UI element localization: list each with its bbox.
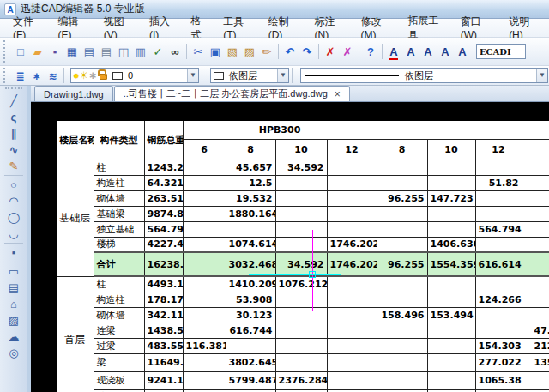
toolbar-separator (382, 44, 383, 59)
value-cell (327, 292, 377, 307)
layer-states-icon[interactable]: ≋ (45, 69, 61, 83)
layer-on-bulb-icon[interactable]: ● (73, 69, 79, 81)
donut-tool-icon[interactable]: ◎ (3, 345, 25, 361)
value-cell (275, 353, 327, 371)
value-cell (522, 221, 549, 237)
save-icon[interactable]: ▪ (46, 43, 63, 60)
find-icon[interactable]: ∞ (166, 43, 184, 60)
ellipse-arc-tool-icon[interactable]: ◡ (3, 226, 25, 242)
header-diameter: 8 (226, 139, 275, 160)
arc-tool-icon[interactable]: ◠ (3, 193, 25, 209)
value-cell (183, 276, 226, 292)
text-underline-icon[interactable]: A (385, 43, 402, 60)
layer-unlock-icon[interactable] (100, 74, 107, 80)
open-file-icon[interactable]: ▰ (29, 43, 46, 60)
value-cell: 47. (522, 323, 549, 338)
drawing-canvas[interactable]: 楼层名称构件类型钢筋总重kgHPB3006810128101214基础层柱124… (31, 102, 549, 392)
delete-icon[interactable]: ✗ (322, 43, 339, 60)
layer-dropdown-arrow[interactable]: ▼ (187, 69, 198, 82)
toolbar-grip[interactable] (3, 68, 9, 83)
value-cell: 147.723 (427, 190, 475, 206)
layer-freeze-snowflake-icon[interactable]: ∗ (88, 69, 97, 81)
print-preview-icon[interactable]: ◫ (115, 43, 132, 60)
value-cell (275, 206, 327, 221)
save-table-icon[interactable]: ▦ (63, 43, 81, 60)
value-cell (522, 307, 549, 323)
header-member: 构件类型 (94, 120, 144, 160)
rectangle-tool-icon[interactable]: ▭ (3, 263, 25, 280)
value-cell (327, 190, 377, 206)
header-weight: 钢筋总重kg (144, 120, 183, 160)
layer-properties-icon[interactable]: ≣ (12, 69, 28, 83)
text-style-combo[interactable]: ECADI (476, 44, 526, 59)
tab-close-icon[interactable]: × (335, 90, 341, 99)
value-cell: 178.174 (144, 292, 183, 307)
layer-color-swatch[interactable] (112, 72, 123, 80)
toolbar-grip[interactable] (3, 40, 9, 63)
value-cell (427, 160, 475, 175)
tab-active-document[interactable]: ..司售楼十二~二十二层 办公套房层平面.dwg.dwg× (114, 86, 350, 101)
tab-document[interactable]: Drawing1.dwg (34, 86, 113, 101)
polygon-tool-icon[interactable]: ⌂ (3, 296, 25, 312)
quick-print-icon[interactable]: ▤ (98, 43, 115, 60)
member-cell: 构造柱 (94, 175, 144, 190)
text-icon[interactable]: A (402, 43, 419, 60)
toolbar-separator (359, 44, 359, 59)
value-cell (427, 323, 475, 338)
value-cell: 1746.202 (327, 237, 377, 252)
hatch-tool-icon[interactable]: ▨ (3, 312, 25, 329)
layer-toolbar: ≣∗≋ ● ☀ ∗ 0 ▼ 依图层 ▼ 依图层 ▼ (0, 66, 549, 86)
text-find-icon[interactable]: A (454, 43, 471, 60)
linetype-dropdown-arrow[interactable]: ▼ (536, 69, 547, 82)
cut-icon[interactable]: ✂ (190, 43, 207, 60)
value-cell: 1243.247 (144, 160, 183, 175)
undo-icon[interactable]: ↶ (281, 43, 299, 60)
print-icon[interactable]: ▤ (81, 43, 98, 60)
value-cell (275, 190, 327, 206)
point-tool-icon[interactable]: ▪ (3, 244, 25, 261)
copy-icon[interactable]: ▣ (207, 43, 224, 60)
spell-check-icon[interactable]: ✓ (149, 43, 166, 60)
ellipse-tool-icon[interactable]: ◯ (3, 209, 25, 226)
value-cell: 116.381 (183, 338, 226, 353)
toolbar-grip[interactable] (5, 87, 21, 89)
value-cell: 4227.453 (144, 237, 183, 252)
page-setup-icon[interactable]: ▥ (132, 43, 149, 60)
color-dropdown-arrow[interactable]: ▼ (277, 69, 288, 82)
purge-icon[interactable]: ✗ (339, 43, 356, 60)
color-combo[interactable]: 依图层 ▼ (210, 68, 289, 83)
hatch-lines-tool-icon[interactable]: ▤ (3, 280, 25, 296)
value-cell: 616.614 (475, 252, 522, 276)
value-cell (327, 206, 377, 221)
revcloud-tool-icon[interactable]: ☁ (3, 329, 25, 345)
circle-tool-icon[interactable]: ○ (3, 177, 25, 193)
paste-icon[interactable]: ▧ (224, 43, 241, 60)
layer-combo[interactable]: ● ☀ ∗ 0 ▼ (70, 68, 199, 83)
sketch-tool-icon[interactable]: ✎ (3, 158, 25, 174)
multiline-tool-icon[interactable]: ∥ (3, 125, 25, 142)
polyline-tool-icon[interactable]: ∿ (3, 142, 25, 158)
spline-tool-icon[interactable]: ς (3, 109, 25, 125)
new-file-icon[interactable]: □ (12, 43, 29, 60)
value-cell: 45.657 (226, 160, 275, 175)
text-style-value: ECADI (477, 47, 514, 57)
help-icon[interactable]: ? (362, 43, 379, 60)
header-diameter: 12 (327, 139, 377, 160)
value-cell: 124.266 (475, 292, 522, 307)
value-cell (377, 175, 427, 190)
tab-label: ..司售楼十二~二十二层 办公套房层平面.dwg.dwg (124, 87, 328, 100)
value-cell (522, 160, 549, 175)
paste-special-icon[interactable]: ▨ (241, 43, 258, 60)
layer-thaw-sun-icon[interactable]: ☀ (79, 69, 88, 81)
value-cell (427, 338, 475, 353)
redo-icon[interactable]: ↷ (299, 43, 316, 60)
line-tool-icon[interactable]: ╱ (3, 93, 25, 109)
text-edit-icon[interactable]: A (437, 43, 454, 60)
table-row: 楼梯4227.4531074.6141746.2021406.636 (56, 237, 549, 252)
text-replace-icon[interactable]: A (419, 43, 437, 60)
value-cell: 1554.359 (427, 252, 475, 276)
linetype-combo[interactable]: 依图层 ▼ (300, 68, 548, 83)
layer-freeze-icon[interactable]: ∗ (28, 69, 45, 83)
floor-cell: 基础层 (56, 160, 94, 276)
format-painter-icon[interactable]: ✏ (258, 43, 275, 60)
